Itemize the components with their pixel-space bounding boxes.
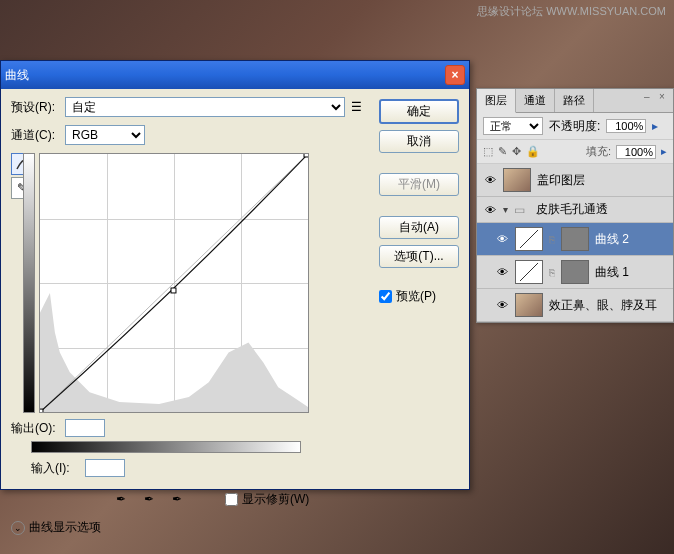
fill-label: 填充: xyxy=(586,144,611,159)
display-options-label: 曲线显示选项 xyxy=(29,519,101,536)
layer-item[interactable]: 👁 盖印图层 xyxy=(477,164,673,197)
preset-label: 预设(R): xyxy=(11,99,59,116)
opacity-label: 不透明度: xyxy=(549,118,600,135)
output-gradient xyxy=(23,153,35,413)
layer-name: 曲线 2 xyxy=(595,231,629,248)
display-options-toggle[interactable]: ⌄ 曲线显示选项 xyxy=(11,519,367,536)
layer-name: 曲线 1 xyxy=(595,264,629,281)
output-input[interactable] xyxy=(65,419,105,437)
panel-close-icon[interactable]: × xyxy=(659,91,671,103)
layer-name: 皮肤毛孔通透 xyxy=(536,201,608,218)
cancel-button[interactable]: 取消 xyxy=(379,130,459,153)
lock-all-icon[interactable]: 🔒 xyxy=(526,145,540,158)
input-gradient xyxy=(31,441,301,453)
lock-icon[interactable]: ⬚ xyxy=(483,145,493,158)
opacity-arrow-icon[interactable]: ▸ xyxy=(652,119,658,133)
dialog-titlebar[interactable]: 曲线 × xyxy=(1,61,469,89)
ok-button[interactable]: 确定 xyxy=(379,99,459,124)
preset-select[interactable]: 自定 xyxy=(65,97,345,117)
eyedropper-gray-icon[interactable]: ✒ xyxy=(139,489,159,509)
layer-item[interactable]: 👁 效正鼻、眼、脖及耳 xyxy=(477,289,673,322)
show-clipping-checkbox[interactable] xyxy=(225,493,238,506)
watermark-text: 思缘设计论坛 WWW.MISSYUAN.COM xyxy=(477,4,666,19)
fill-arrow-icon[interactable]: ▸ xyxy=(661,145,667,158)
expand-arrow-icon[interactable]: ▾ xyxy=(503,204,508,215)
opacity-input[interactable] xyxy=(606,119,646,133)
mask-thumb xyxy=(561,260,589,284)
visibility-icon[interactable]: 👁 xyxy=(483,174,497,186)
layer-name: 盖印图层 xyxy=(537,172,585,189)
adjustment-thumb xyxy=(515,260,543,284)
layer-item[interactable]: 👁 ⎘ 曲线 1 xyxy=(477,256,673,289)
folder-icon: ▭ xyxy=(514,203,530,217)
svg-rect-2 xyxy=(171,288,176,293)
layers-panel: 图层 通道 路径 – × 正常 不透明度: ▸ ⬚ ✎ ✥ 🔒 填充: ▸ 👁 … xyxy=(476,88,674,323)
link-icon: ⎘ xyxy=(549,267,555,278)
show-clipping-label: 显示修剪(W) xyxy=(242,491,309,508)
dialog-title: 曲线 xyxy=(5,67,29,84)
panel-minimize-icon[interactable]: – xyxy=(644,91,656,103)
svg-rect-1 xyxy=(40,409,43,412)
visibility-icon[interactable]: 👁 xyxy=(495,233,509,245)
layer-group[interactable]: 👁 ▾ ▭ 皮肤毛孔通透 xyxy=(477,197,673,223)
close-button[interactable]: × xyxy=(445,65,465,85)
channel-select[interactable]: RGB xyxy=(65,125,145,145)
smooth-button: 平滑(M) xyxy=(379,173,459,196)
visibility-icon[interactable]: 👁 xyxy=(495,266,509,278)
tab-paths[interactable]: 路径 xyxy=(555,89,594,112)
curves-dialog: 曲线 × 预设(R): 自定 ☰ 通道(C): RGB ✎ xyxy=(0,60,470,490)
layer-thumb xyxy=(503,168,531,192)
options-button[interactable]: 选项(T)... xyxy=(379,245,459,268)
layer-item[interactable]: 👁 ⎘ 曲线 2 xyxy=(477,223,673,256)
lock-position-icon[interactable]: ✥ xyxy=(512,145,521,158)
visibility-icon[interactable]: 👁 xyxy=(495,299,509,311)
curve-path xyxy=(40,154,308,412)
input-input[interactable] xyxy=(85,459,125,477)
tab-layers[interactable]: 图层 xyxy=(477,89,516,113)
adjustment-thumb xyxy=(515,227,543,251)
tab-channels[interactable]: 通道 xyxy=(516,89,555,112)
preview-label: 预览(P) xyxy=(396,288,436,305)
layer-name: 效正鼻、眼、脖及耳 xyxy=(549,297,657,314)
eyedropper-white-icon[interactable]: ✒ xyxy=(167,489,187,509)
channel-label: 通道(C): xyxy=(11,127,59,144)
svg-rect-3 xyxy=(304,154,308,157)
blend-mode-select[interactable]: 正常 xyxy=(483,117,543,135)
fill-input[interactable] xyxy=(616,145,656,159)
mask-thumb xyxy=(561,227,589,251)
auto-button[interactable]: 自动(A) xyxy=(379,216,459,239)
chevron-icon: ⌄ xyxy=(11,521,25,535)
visibility-icon[interactable]: 👁 xyxy=(483,204,497,216)
link-icon: ⎘ xyxy=(549,234,555,245)
curve-graph[interactable] xyxy=(39,153,309,413)
preset-menu-icon[interactable]: ☰ xyxy=(351,100,362,114)
input-label: 输入(I): xyxy=(31,460,79,477)
eyedropper-black-icon[interactable]: ✒ xyxy=(111,489,131,509)
svg-line-0 xyxy=(40,154,308,412)
layer-list: 👁 盖印图层 👁 ▾ ▭ 皮肤毛孔通透 👁 ⎘ 曲线 2 👁 ⎘ 曲线 1 👁 xyxy=(477,164,673,322)
lock-pixels-icon[interactable]: ✎ xyxy=(498,145,507,158)
output-label: 输出(O): xyxy=(11,420,59,437)
preview-checkbox[interactable] xyxy=(379,290,392,303)
layer-thumb xyxy=(515,293,543,317)
